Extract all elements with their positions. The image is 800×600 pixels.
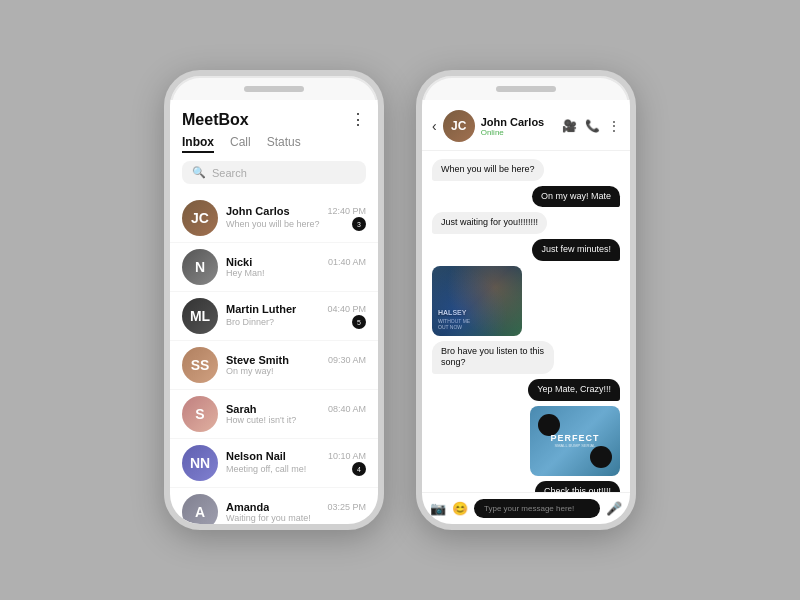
avatar-initials: JC bbox=[191, 210, 209, 226]
contact-preview-jc: When you will be here? bbox=[226, 219, 320, 229]
contact-name-jc: John Carlos bbox=[226, 205, 290, 217]
chat-avatar: JC bbox=[443, 110, 475, 142]
album-card-halsey: HALSEY WITHOUT MEOUT NOW bbox=[432, 266, 522, 336]
message-row-2: On my way! Mate bbox=[432, 186, 620, 208]
avatar-nn: NN bbox=[182, 445, 218, 481]
bubble-6: Bro have you listen to this song? bbox=[432, 341, 554, 374]
message-row-4: Just few minutes! bbox=[432, 239, 620, 261]
contact-preview-nn: Meeting off, call me! bbox=[226, 464, 306, 474]
search-bar[interactable]: 🔍 Search bbox=[182, 161, 366, 184]
message-row-1: When you will be here? bbox=[432, 159, 620, 181]
app-title: MeetBox bbox=[182, 111, 249, 129]
contact-name-nn: Nelson Nail bbox=[226, 450, 286, 462]
chat-header: ‹ JC John Carlos Online 🎥 📞 ⋮ bbox=[422, 100, 630, 151]
contact-preview-ss: On my way! bbox=[226, 366, 274, 376]
camera-icon[interactable]: 📷 bbox=[430, 501, 446, 516]
album-row-8: PERFECT SMALL BUMP SERIAL bbox=[432, 406, 620, 476]
chat-input-bar: 📷 😊 Type your message here! 🎤 bbox=[422, 492, 630, 524]
chat-input-field[interactable]: Type your message here! bbox=[474, 499, 600, 518]
badge-jc: 3 bbox=[352, 217, 366, 231]
phone-call-icon[interactable]: 📞 bbox=[585, 119, 600, 133]
search-placeholder: Search bbox=[212, 167, 247, 179]
tab-status[interactable]: Status bbox=[267, 135, 301, 153]
avatar-ni: N bbox=[182, 249, 218, 285]
contact-item-ml[interactable]: ML Martin Luther 04:40 PM Bro Dinner? 5 bbox=[170, 292, 378, 341]
messages-area: When you will be here?On my way! MateJus… bbox=[422, 151, 630, 492]
avatar-initials: SS bbox=[191, 357, 210, 373]
more-options-icon[interactable]: ⋮ bbox=[608, 119, 620, 133]
contact-time-nn: 10:10 AM bbox=[328, 451, 366, 461]
contact-time-ss: 09:30 AM bbox=[328, 355, 366, 365]
avatar-jc: JC bbox=[182, 200, 218, 236]
contact-preview-ml: Bro Dinner? bbox=[226, 317, 274, 327]
contact-item-nn[interactable]: NN Nelson Nail 10:10 AM Meeting off, cal… bbox=[170, 439, 378, 488]
badge-nn: 4 bbox=[352, 462, 366, 476]
menu-icon[interactable]: ⋮ bbox=[350, 110, 366, 129]
chat-user-name: John Carlos bbox=[481, 116, 556, 128]
avatar-initials: NN bbox=[190, 455, 210, 471]
contact-info-jc: John Carlos 12:40 PM When you will be he… bbox=[226, 205, 366, 231]
album-ed-title: PERFECT bbox=[550, 433, 599, 443]
mic-icon[interactable]: 🎤 bbox=[606, 501, 622, 516]
inbox-tabs: Inbox Call Status bbox=[182, 135, 366, 153]
contact-name-am: Amanda bbox=[226, 501, 269, 513]
contact-name-ni: Nicki bbox=[226, 256, 252, 268]
contact-time-ni: 01:40 AM bbox=[328, 257, 366, 267]
contact-name-ml: Martin Luther bbox=[226, 303, 296, 315]
contact-preview-ni: Hey Man! bbox=[226, 268, 265, 278]
contact-item-ss[interactable]: SS Steve Smith 09:30 AM On my way! bbox=[170, 341, 378, 390]
avatar-initials: A bbox=[195, 504, 205, 520]
inbox-header: MeetBox ⋮ Inbox Call Status 🔍 Search bbox=[170, 100, 378, 194]
avatar-ss: SS bbox=[182, 347, 218, 383]
video-call-icon[interactable]: 🎥 bbox=[562, 119, 577, 133]
contact-item-jc[interactable]: JC John Carlos 12:40 PM When you will be… bbox=[170, 194, 378, 243]
album-ed: PERFECT SMALL BUMP SERIAL bbox=[530, 406, 620, 476]
contact-time-am: 03:25 PM bbox=[327, 502, 366, 512]
album-ed-sub: SMALL BUMP SERIAL bbox=[550, 443, 599, 448]
album-card-ed: PERFECT SMALL BUMP SERIAL bbox=[530, 406, 620, 476]
contact-item-am[interactable]: A Amanda 03:25 PM Waiting for you mate! bbox=[170, 488, 378, 524]
inbox-screen: MeetBox ⋮ Inbox Call Status 🔍 Search JC bbox=[170, 100, 378, 524]
bubble-9: Check this out!!!! bbox=[535, 481, 620, 492]
back-button[interactable]: ‹ bbox=[432, 118, 437, 134]
contact-list: JC John Carlos 12:40 PM When you will be… bbox=[170, 194, 378, 524]
avatar-initials: N bbox=[195, 259, 205, 275]
bubble-2: On my way! Mate bbox=[532, 186, 620, 208]
contact-preview-am: Waiting for you mate! bbox=[226, 513, 311, 523]
tab-inbox[interactable]: Inbox bbox=[182, 135, 214, 153]
contact-item-sa[interactable]: S Sarah 08:40 AM How cute! isn't it? bbox=[170, 390, 378, 439]
contact-preview-sa: How cute! isn't it? bbox=[226, 415, 296, 425]
chat-input-placeholder: Type your message here! bbox=[484, 504, 574, 513]
contact-info-am: Amanda 03:25 PM Waiting for you mate! bbox=[226, 501, 366, 523]
contact-time-jc: 12:40 PM bbox=[327, 206, 366, 216]
contact-time-ml: 04:40 PM bbox=[327, 304, 366, 314]
message-row-7: Yep Mate, Crazy!!! bbox=[432, 379, 620, 401]
contact-info-ni: Nicki 01:40 AM Hey Man! bbox=[226, 256, 366, 278]
tab-call[interactable]: Call bbox=[230, 135, 251, 153]
bubble-7: Yep Mate, Crazy!!! bbox=[528, 379, 620, 401]
message-row-9: Check this out!!!! bbox=[432, 481, 620, 492]
contact-info-sa: Sarah 08:40 AM How cute! isn't it? bbox=[226, 403, 366, 425]
chat-actions: 🎥 📞 ⋮ bbox=[562, 119, 620, 133]
album-halsey-title: HALSEY bbox=[438, 309, 466, 317]
contact-info-nn: Nelson Nail 10:10 AM Meeting off, call m… bbox=[226, 450, 366, 476]
album-row-5: HALSEY WITHOUT MEOUT NOW bbox=[432, 266, 620, 336]
message-row-3: Just waiting for you!!!!!!!! bbox=[432, 212, 620, 234]
contact-name-ss: Steve Smith bbox=[226, 354, 289, 366]
message-row-6: Bro have you listen to this song? bbox=[432, 341, 620, 374]
album-halsey-sub: WITHOUT MEOUT NOW bbox=[438, 318, 470, 330]
chat-user-info: John Carlos Online bbox=[481, 116, 556, 137]
avatar-am: A bbox=[182, 494, 218, 524]
contact-info-ml: Martin Luther 04:40 PM Bro Dinner? 5 bbox=[226, 303, 366, 329]
badge-ml: 5 bbox=[352, 315, 366, 329]
contact-item-ni[interactable]: N Nicki 01:40 AM Hey Man! bbox=[170, 243, 378, 292]
avatar-ml: ML bbox=[182, 298, 218, 334]
contact-info-ss: Steve Smith 09:30 AM On my way! bbox=[226, 354, 366, 376]
contact-name-sa: Sarah bbox=[226, 403, 257, 415]
contact-time-sa: 08:40 AM bbox=[328, 404, 366, 414]
chat-status: Online bbox=[481, 128, 556, 137]
right-phone: ‹ JC John Carlos Online 🎥 📞 ⋮ When you w… bbox=[416, 70, 636, 530]
avatar-initials: S bbox=[195, 406, 204, 422]
emoji-icon[interactable]: 😊 bbox=[452, 501, 468, 516]
bubble-1: When you will be here? bbox=[432, 159, 544, 181]
